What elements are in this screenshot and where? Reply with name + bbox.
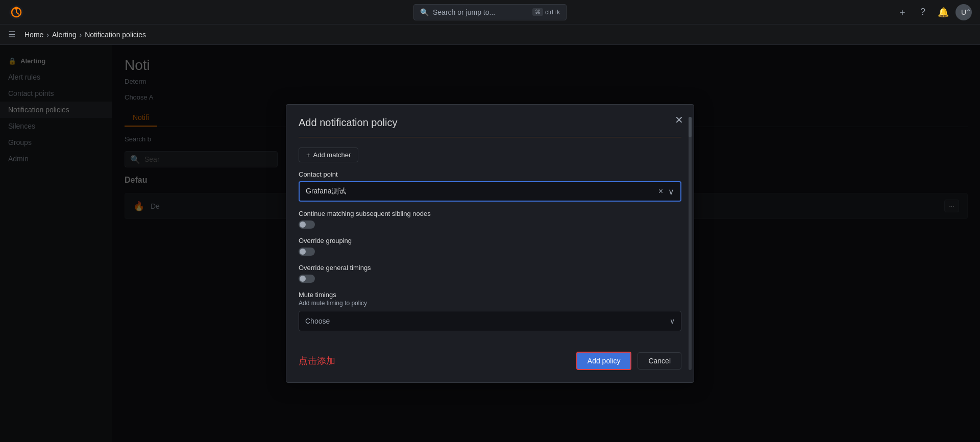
- continue-matching-toggle[interactable]: [299, 220, 315, 229]
- grafana-logo[interactable]: [8, 4, 24, 20]
- contact-point-value: Grafana测试: [306, 187, 658, 196]
- plus-icon: +: [306, 151, 310, 159]
- mute-timings-select[interactable]: Choose ∨: [299, 311, 681, 331]
- add-matcher-label: Add matcher: [313, 151, 351, 159]
- clear-icon[interactable]: ×: [658, 187, 663, 196]
- help-button[interactable]: ?: [915, 4, 931, 20]
- contact-point-select[interactable]: Grafana测试 × ∨: [299, 181, 681, 202]
- notifications-button[interactable]: 🔔: [935, 4, 951, 20]
- modal-overlay: Add notification policy ✕ + Add matcher …: [0, 45, 980, 442]
- override-timings-field: Override general timings: [299, 264, 681, 283]
- keyboard-shortcut: ⌘ ctrl+k: [532, 8, 560, 16]
- override-grouping-field: Override grouping: [299, 237, 681, 256]
- scrollbar-thumb[interactable]: [689, 117, 692, 137]
- search-icon: 🔍: [420, 8, 429, 16]
- override-timings-label: Override general timings: [299, 264, 681, 272]
- mute-timings-sub: Add mute timing to policy: [299, 300, 681, 307]
- collapse-button[interactable]: ⌃: [965, 7, 972, 17]
- breadcrumb-home[interactable]: Home: [24, 31, 43, 39]
- modal-title: Add notification policy: [299, 117, 681, 137]
- add-button[interactable]: ＋: [894, 4, 911, 20]
- chinese-hint: 点击添加: [299, 355, 335, 367]
- override-grouping-toggle[interactable]: [299, 248, 315, 256]
- continue-matching-label: Continue matching subsequent sibling nod…: [299, 210, 681, 217]
- breadcrumb: Home › Alerting › Notification policies: [24, 31, 146, 39]
- modal-footer: 点击添加 Add policy Cancel: [299, 343, 681, 370]
- contact-point-field: Contact point Grafana测试 × ∨: [299, 170, 681, 202]
- mute-timings-label: Mute timings: [299, 291, 681, 299]
- continue-matching-field: Continue matching subsequent sibling nod…: [299, 210, 681, 229]
- mute-select-placeholder: Choose: [305, 317, 330, 325]
- topbar: 🔍 Search or jump to... ⌘ ctrl+k ＋ ? 🔔 U …: [0, 0, 980, 24]
- contact-point-actions: × ∨: [658, 187, 674, 197]
- add-notification-policy-modal: Add notification policy ✕ + Add matcher …: [286, 104, 694, 383]
- contact-point-label: Contact point: [299, 170, 681, 178]
- kbd-ctrl: ⌘: [532, 8, 543, 16]
- hamburger-icon[interactable]: ☰: [8, 30, 15, 39]
- breadcrumb-sep2: ›: [80, 31, 82, 39]
- breadcrumb-alerting[interactable]: Alerting: [52, 31, 76, 39]
- cancel-button[interactable]: Cancel: [638, 352, 681, 370]
- add-matcher-button[interactable]: + Add matcher: [299, 148, 358, 162]
- mute-timings-field: Mute timings Add mute timing to policy C…: [299, 291, 681, 331]
- modal-close-button[interactable]: ✕: [675, 115, 683, 125]
- global-search[interactable]: 🔍 Search or jump to... ⌘ ctrl+k: [413, 4, 567, 20]
- override-timings-toggle[interactable]: [299, 275, 315, 283]
- kbd-k: ctrl+k: [545, 9, 560, 16]
- topbar-actions: ＋ ? 🔔 U: [894, 4, 972, 20]
- breadcrumb-current[interactable]: Notification policies: [85, 31, 146, 39]
- override-grouping-label: Override grouping: [299, 237, 681, 244]
- search-placeholder: Search or jump to...: [433, 8, 495, 16]
- breadcrumb-sep1: ›: [46, 31, 49, 39]
- svg-point-2: [15, 7, 18, 10]
- subnav: ☰ Home › Alerting › Notification policie…: [0, 24, 980, 45]
- add-policy-button[interactable]: Add policy: [576, 352, 632, 370]
- chevron-down-icon[interactable]: ∨: [668, 187, 674, 197]
- chevron-down-icon: ∨: [670, 317, 675, 325]
- scrollbar-track: [689, 117, 692, 370]
